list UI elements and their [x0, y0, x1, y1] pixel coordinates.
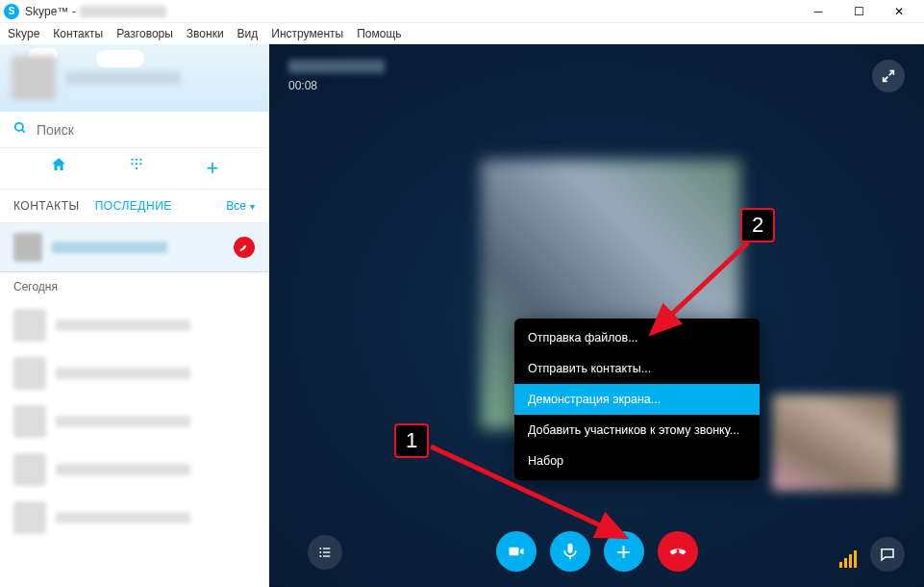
list-item[interactable]	[0, 349, 268, 397]
svg-line-1	[22, 130, 25, 133]
dialpad-icon[interactable]	[128, 156, 145, 181]
avatar	[13, 453, 46, 486]
dropdown-item-share-screen[interactable]: Демонстрация экрана...	[514, 384, 760, 415]
menu-help[interactable]: Помощь	[357, 27, 401, 40]
avatar	[13, 357, 46, 390]
active-call-row[interactable]	[0, 223, 268, 272]
plus-button[interactable]: +	[604, 531, 644, 572]
search-icon	[13, 121, 27, 138]
list-item[interactable]	[0, 301, 268, 349]
self-video[interactable]	[772, 395, 897, 491]
menu-bar: Skype Контакты Разговоры Звонки Вид Инст…	[0, 23, 924, 44]
contact-name-redacted	[52, 242, 167, 253]
svg-point-6	[136, 163, 137, 165]
skype-logo-icon: S	[4, 4, 19, 19]
plus-dropdown: Отправка файлов... Отправить контакты...…	[514, 319, 760, 480]
hangup-button[interactable]	[658, 531, 698, 572]
contact-name-redacted	[56, 319, 190, 331]
menu-skype[interactable]: Skype	[8, 27, 39, 40]
list-item[interactable]	[0, 446, 268, 494]
close-button[interactable]: ✕	[887, 3, 911, 20]
dropdown-item-add-participants[interactable]: Добавить участников к этому звонку...	[514, 415, 760, 446]
callee-name-redacted	[288, 60, 385, 73]
nav-row: +	[0, 148, 268, 190]
avatar	[13, 233, 42, 262]
svg-point-2	[131, 159, 133, 161]
annotation-label: 1	[394, 423, 429, 458]
title-bar: S Skype™ - ─ ☐ ✕	[0, 0, 924, 23]
profile-header[interactable]	[0, 44, 268, 112]
svg-point-8	[136, 167, 137, 169]
call-area: 00:08 Отправка файлов... Отправить конта…	[269, 44, 924, 587]
annotation-2: 2	[740, 208, 775, 242]
title-username-redacted	[80, 6, 166, 17]
avatar	[12, 56, 56, 100]
tab-recents[interactable]: ПОСЛЕДНИЕ	[95, 199, 172, 213]
fullscreen-button[interactable]	[872, 60, 905, 92]
avatar	[13, 405, 46, 438]
avatar	[13, 309, 46, 342]
menu-tools[interactable]: Инструменты	[271, 27, 343, 40]
tabs-row: КОНТАКТЫ ПОСЛЕДНИЕ Все ▾	[0, 190, 268, 223]
chat-button[interactable]	[870, 537, 905, 572]
annotation-1: 1	[394, 423, 429, 458]
video-toggle-button[interactable]	[496, 531, 537, 572]
search-input[interactable]	[37, 122, 255, 138]
dropdown-item-send-contacts[interactable]: Отправить контакты...	[514, 353, 760, 384]
profile-name-redacted	[65, 71, 181, 85]
svg-point-7	[139, 163, 141, 165]
maximize-button[interactable]: ☐	[847, 3, 870, 20]
dropdown-item-send-files[interactable]: Отправка файлов...	[514, 322, 760, 353]
list-item[interactable]	[0, 494, 268, 542]
contact-name-redacted	[56, 416, 190, 427]
dropdown-item-dialpad[interactable]: Набор	[514, 446, 760, 476]
call-timer: 00:08	[288, 79, 385, 92]
hangup-mini-button[interactable]	[234, 237, 255, 258]
window-title: Skype™ -	[25, 5, 76, 18]
signal-strength-icon[interactable]	[839, 550, 857, 568]
sidebar: + КОНТАКТЫ ПОСЛЕДНИЕ Все ▾ Сегодня	[0, 44, 269, 587]
filter-label: Все	[226, 199, 246, 213]
call-header: 00:08	[288, 60, 385, 92]
add-contact-icon[interactable]: +	[206, 156, 218, 181]
menu-view[interactable]: Вид	[237, 27, 259, 40]
annotation-label: 2	[740, 208, 775, 242]
home-icon[interactable]	[50, 156, 67, 181]
menu-calls[interactable]: Звонки	[187, 27, 224, 40]
contact-name-redacted	[56, 368, 190, 379]
cloud-decor-icon	[96, 50, 144, 67]
svg-point-5	[131, 163, 133, 165]
mic-toggle-button[interactable]	[550, 531, 590, 572]
menu-conversations[interactable]: Разговоры	[116, 27, 173, 40]
filter-dropdown[interactable]: Все ▾	[226, 199, 255, 213]
chevron-down-icon: ▾	[250, 201, 255, 212]
list-item[interactable]	[0, 397, 268, 446]
search-row	[0, 112, 268, 148]
menu-contacts[interactable]: Контакты	[53, 27, 103, 40]
svg-point-4	[139, 159, 141, 161]
contact-name-redacted	[56, 512, 190, 523]
avatar	[13, 501, 46, 534]
tab-contacts[interactable]: КОНТАКТЫ	[13, 199, 80, 213]
contact-name-redacted	[56, 464, 190, 475]
section-today: Сегодня	[0, 272, 268, 301]
svg-point-3	[136, 159, 137, 161]
minimize-button[interactable]: ─	[807, 3, 830, 20]
svg-point-0	[15, 123, 23, 131]
call-controls: +	[269, 531, 924, 572]
